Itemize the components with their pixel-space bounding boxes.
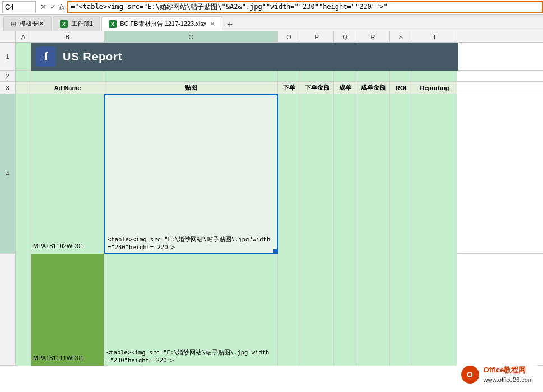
office-icon: O <box>461 366 479 384</box>
cell-B4[interactable]: MPA181102WD01 <box>31 94 104 254</box>
cell-B3[interactable]: Ad Name <box>31 82 104 94</box>
tab-report[interactable]: X BC FB素材报告 1217-1223.xlsx ✕ <box>101 16 222 31</box>
cell-Q3[interactable]: 成单 <box>334 82 356 94</box>
cell-S3[interactable]: ROI <box>390 82 412 94</box>
fb-letter: f <box>44 49 48 64</box>
cell-T3[interactable]: Reporting <box>412 82 457 94</box>
tab-template[interactable]: ⊞ 模板专区 <box>3 16 52 31</box>
cell-S4[interactable] <box>390 94 412 254</box>
cell-C5[interactable]: <table><img src="E:\婚纱网站\帖子贴图\.jpg"width… <box>104 254 278 366</box>
cell-A2[interactable] <box>16 71 31 81</box>
cell-C4-value: <table><img src="E:\婚纱网站\帖子贴图\.jpg"width… <box>108 236 275 250</box>
col-header-O[interactable]: O <box>278 31 300 42</box>
cell-C3[interactable]: 贴图 <box>104 82 278 94</box>
col-header-R[interactable]: R <box>356 31 390 42</box>
cell-R3-value: 成单金额 <box>361 83 386 92</box>
cell-Q5[interactable] <box>334 254 356 366</box>
col-header-P[interactable]: P <box>300 31 334 42</box>
cell-T5[interactable] <box>412 254 457 366</box>
cell-P3[interactable]: 下单金额 <box>300 82 334 94</box>
row-header-1: 1 <box>0 43 16 70</box>
row-header-2: 2 <box>0 71 16 81</box>
cell-P5[interactable] <box>300 254 334 366</box>
tab-close-icon[interactable]: ✕ <box>210 20 215 28</box>
cell-R4[interactable] <box>356 94 390 254</box>
cell-T3-value: Reporting <box>420 85 449 91</box>
cell-Q2[interactable] <box>334 71 356 81</box>
watermark-text: Office教程网 www.office26.com <box>484 365 533 384</box>
tab-template-label: 模板专区 <box>20 20 44 28</box>
cell-Q4[interactable] <box>334 94 356 254</box>
excel-icon-report: X <box>109 20 117 28</box>
cell-B5[interactable]: MPA181111WD01 <box>31 254 104 366</box>
cell-O5[interactable] <box>278 254 300 366</box>
tab-add-button[interactable]: + <box>224 18 236 31</box>
facebook-logo: f <box>36 46 56 67</box>
formula-bar: C4 ✕ ✓ fx <box>0 0 543 15</box>
cell-T4[interactable] <box>412 94 457 254</box>
cell-reference-box[interactable]: C4 <box>2 1 36 13</box>
watermark: O Office教程网 www.office26.com <box>457 363 537 386</box>
cell-B5-value: MPA181111WD01 <box>33 354 83 361</box>
cell-O3[interactable]: 下单 <box>278 82 300 94</box>
tab-workbook1-label: 工作簿1 <box>71 20 93 28</box>
row-header-3: 3 <box>0 82 16 94</box>
cell-R2[interactable] <box>356 71 390 81</box>
cell-T2[interactable] <box>412 71 457 81</box>
column-headers: A B C O P Q R S T <box>0 31 543 43</box>
row-3: 3 Ad Name 贴图 下单 下单金额 成单 成单金额 ROI <box>0 82 543 94</box>
cell-A3[interactable] <box>16 82 31 94</box>
cell-P3-value: 下单金额 <box>305 83 329 92</box>
cell-P4[interactable] <box>300 94 334 254</box>
row-5: MPA181111WD01 <table><img src="E:\婚纱网站\帖… <box>0 254 543 366</box>
cell-A5[interactable] <box>16 254 31 366</box>
cell-A4[interactable] <box>16 94 31 254</box>
formula-input[interactable] <box>67 1 543 13</box>
row-2: 2 <box>0 71 543 82</box>
cell-A1[interactable] <box>16 43 31 70</box>
header-banner: f US Report <box>31 43 458 71</box>
cell-O3-value: 下单 <box>283 83 295 92</box>
cell-R3[interactable]: 成单金额 <box>356 82 390 94</box>
cell-C2[interactable] <box>104 71 278 81</box>
cell-B3-value: Ad Name <box>54 85 81 91</box>
tab-bar: ⊞ 模板专区 X 工作簿1 X BC FB素材报告 1217-1223.xlsx… <box>0 15 543 31</box>
col-header-S[interactable]: S <box>390 31 412 42</box>
cancel-icon[interactable]: ✕ <box>40 3 47 11</box>
row-header-spacer <box>0 31 16 42</box>
cell-B2[interactable] <box>31 71 104 81</box>
template-icon: ⊞ <box>11 20 16 28</box>
cell-O4[interactable] <box>278 94 300 254</box>
col-header-T[interactable]: T <box>412 31 457 42</box>
cell-Q3-value: 成单 <box>339 83 351 92</box>
cell-O2[interactable] <box>278 71 300 81</box>
col-header-Q[interactable]: Q <box>334 31 356 42</box>
row-1: 1 f US Report <box>0 43 543 71</box>
row-4: 4 MPA181102WD01 <table><img src="E:\婚纱网站… <box>0 94 543 254</box>
watermark-line2: www.office26.com <box>484 376 533 384</box>
cell-S3-value: ROI <box>396 85 407 91</box>
cell-S5[interactable] <box>390 254 412 366</box>
col-header-A[interactable]: A <box>16 31 31 42</box>
cell-S2[interactable] <box>390 71 412 81</box>
col-header-B[interactable]: B <box>31 31 104 42</box>
cell-resize-handle[interactable] <box>273 249 277 253</box>
confirm-icon[interactable]: ✓ <box>50 3 56 11</box>
function-icon[interactable]: fx <box>59 3 65 11</box>
office-icon-letter: O <box>467 370 473 379</box>
watermark-line1: Office教程网 <box>484 365 533 375</box>
col-header-C[interactable]: C <box>104 31 278 42</box>
tab-workbook1[interactable]: X 工作簿1 <box>53 16 100 31</box>
cell-ref-value: C4 <box>5 3 13 11</box>
report-title: US Report <box>63 50 123 63</box>
cell-R5[interactable] <box>356 254 390 366</box>
formula-icons: ✕ ✓ fx <box>38 3 67 11</box>
row-header-4: 4 <box>0 94 16 253</box>
excel-icon-workbook: X <box>60 20 68 28</box>
cell-C3-value: 贴图 <box>185 83 197 92</box>
cell-C4[interactable]: <table><img src="E:\婚纱网站\帖子贴图\.jpg"width… <box>104 94 278 254</box>
cell-P2[interactable] <box>300 71 334 81</box>
row-header-5 <box>0 254 16 365</box>
cell-C5-value: <table><img src="E:\婚纱网站\帖子贴图\.jpg"width… <box>106 349 275 363</box>
spreadsheet: A B C O P Q R S T 1 f US Report 2 <box>0 31 543 392</box>
